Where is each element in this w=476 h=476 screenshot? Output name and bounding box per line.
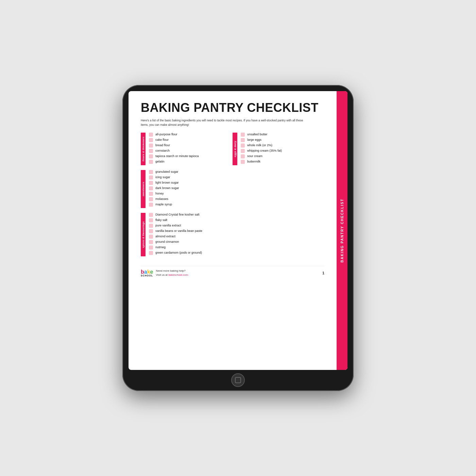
item-text: ground cinnamon <box>155 240 179 244</box>
item-text: tapioca starch or minute tapioca <box>155 154 199 158</box>
item-text: sour cream <box>247 154 262 158</box>
checkbox[interactable] <box>149 181 153 185</box>
footer-link[interactable]: bakeschool.com <box>168 273 188 276</box>
category-sidebar-eggs-dairy: eggs & dairy <box>233 133 237 165</box>
item-text: green cardamom (pods or ground) <box>155 251 202 255</box>
checkbox[interactable] <box>241 133 245 137</box>
checkbox[interactable] <box>149 186 153 190</box>
page-title: BAKING PANTRY CHECKLIST <box>141 101 324 115</box>
home-button-inner <box>235 377 241 383</box>
item-text: buttermilk <box>247 160 260 164</box>
logo-letter-a: a <box>144 269 147 275</box>
checkbox[interactable] <box>149 160 153 164</box>
checkbox[interactable] <box>149 235 153 239</box>
checkbox[interactable] <box>241 143 245 148</box>
list-item: dark brown sugar <box>149 186 233 190</box>
checkbox[interactable] <box>241 149 245 153</box>
item-text: cake flour <box>155 138 169 142</box>
page-number: 1 <box>322 271 324 275</box>
category-sidebar-flours: flours & thickeners <box>141 133 146 165</box>
checkbox[interactable] <box>149 203 153 207</box>
category-sweeteners: sweeteners granulated sugar icing sugar <box>141 170 233 208</box>
list-item: whipping cream (35% fat) <box>241 149 324 153</box>
checkbox[interactable] <box>241 160 245 164</box>
checkbox[interactable] <box>149 192 153 196</box>
checkbox[interactable] <box>149 154 153 158</box>
item-text: dark brown sugar <box>155 186 179 190</box>
list-item: vanilla beans or vanilla bean paste <box>149 229 233 233</box>
page-subtitle: Here's a list of the basic baking ingred… <box>141 118 304 127</box>
logo-letter-e: e <box>150 269 153 275</box>
item-text: pure vanilla extract <box>155 224 181 228</box>
checkbox[interactable] <box>149 245 153 250</box>
checkbox[interactable] <box>149 170 153 174</box>
list-item: pure vanilla extract <box>149 224 233 228</box>
list-item: almond extract <box>149 235 233 239</box>
item-text: unsalted butter <box>247 133 268 137</box>
category-sidebar-spices: spices & flavourings <box>141 213 146 256</box>
category-sidebar-sweeteners: sweeteners <box>141 170 146 208</box>
category-items-sweeteners: granulated sugar icing sugar light brown… <box>149 170 233 208</box>
footer-cta-line1: Need more baking help? <box>156 269 186 272</box>
item-text: nutmeg <box>155 245 166 250</box>
list-item: ground cinnamon <box>149 240 233 244</box>
page-content: BAKING PANTRY CHECKLIST Here's a list of… <box>129 91 337 370</box>
checkbox[interactable] <box>149 133 153 137</box>
category-label-eggs-dairy: eggs & dairy <box>234 140 236 157</box>
item-text: flaky salt <box>155 218 167 222</box>
side-tab: BAKING PANTRY CHECKLIST <box>337 91 347 370</box>
list-item: cornstarch <box>149 149 233 153</box>
checkbox[interactable] <box>149 240 153 244</box>
list-item: unsalted butter <box>241 133 324 137</box>
checkbox[interactable] <box>149 197 153 201</box>
item-text: icing sugar <box>155 175 170 180</box>
item-text: vanilla beans or vanilla bean paste <box>155 229 202 233</box>
checkbox[interactable] <box>149 251 153 255</box>
checkbox[interactable] <box>149 175 153 180</box>
list-item: sour cream <box>241 154 324 158</box>
category-label-flours: flours & thickeners <box>142 136 144 161</box>
tablet-device: BAKING PANTRY CHECKLIST Here's a list of… <box>122 85 354 391</box>
list-item: light brown sugar <box>149 181 233 185</box>
checkbox[interactable] <box>149 218 153 222</box>
item-text: light brown sugar <box>155 181 179 185</box>
footer-cta-line2: Visit us at <box>156 273 169 276</box>
checkbox[interactable] <box>241 154 245 158</box>
list-item: maple syrup <box>149 203 233 207</box>
checkbox[interactable] <box>149 224 153 228</box>
item-text: gelatin <box>155 160 165 164</box>
category-eggs-dairy: eggs & dairy unsalted butter large eggs <box>233 133 324 165</box>
list-item: tapioca starch or minute tapioca <box>149 154 233 158</box>
list-item: all-purpose flour <box>149 133 233 137</box>
logo-letter-b: b <box>141 269 144 275</box>
checkbox[interactable] <box>149 229 153 233</box>
list-item: green cardamom (pods or ground) <box>149 251 233 255</box>
item-text: granulated sugar <box>155 170 178 174</box>
checkbox[interactable] <box>149 149 153 153</box>
checkbox[interactable] <box>149 213 153 217</box>
list-item: large eggs <box>241 138 324 142</box>
checkbox[interactable] <box>149 138 153 142</box>
list-item: icing sugar <box>149 175 233 180</box>
logo-text-wrapper: bake SCHOOL <box>141 269 153 277</box>
item-text: large eggs <box>247 138 261 142</box>
footer-left: bake SCHOOL Need more baking help? Visit… <box>141 269 188 277</box>
list-item: granulated sugar <box>149 170 233 174</box>
checkbox[interactable] <box>241 138 245 142</box>
category-items-eggs-dairy: unsalted butter large eggs whole milk (o… <box>241 133 324 165</box>
tablet-screen: BAKING PANTRY CHECKLIST Here's a list of… <box>129 91 347 370</box>
home-button[interactable] <box>231 373 245 387</box>
list-item: flaky salt <box>149 218 233 222</box>
list-item: Diamond Crystal fine kosher salt <box>149 213 233 217</box>
checklist-layout: flours & thickeners all-purpose flour ca… <box>141 133 324 261</box>
category-items-flours: all-purpose flour cake flour bread flour <box>149 133 233 165</box>
page-footer: bake SCHOOL Need more baking help? Visit… <box>141 266 324 277</box>
category-items-spices: Diamond Crystal fine kosher salt flaky s… <box>149 213 233 256</box>
checkbox[interactable] <box>149 143 153 148</box>
item-text: molasses <box>155 197 168 201</box>
item-text: cornstarch <box>155 149 170 153</box>
item-text: whipping cream (35% fat) <box>247 149 282 153</box>
list-item: honey <box>149 192 233 196</box>
list-item: molasses <box>149 197 233 201</box>
item-text: honey <box>155 192 164 196</box>
